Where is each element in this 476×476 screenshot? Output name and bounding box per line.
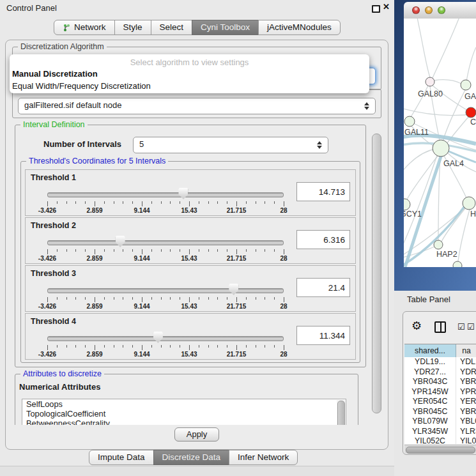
- close-traffic-icon[interactable]: [412, 6, 420, 14]
- attribute-item-topologicalcoefficient[interactable]: TopologicalCoefficient: [22, 409, 346, 418]
- minimize-traffic-icon[interactable]: [425, 6, 433, 14]
- network-node-gal80[interactable]: [426, 77, 434, 86]
- number-of-intervals-combo[interactable]: 5: [133, 137, 328, 153]
- tab-cyni-toolbox[interactable]: Cyni Toolbox: [192, 20, 259, 35]
- network-graph: GAL80GACGAL11GAL4GCY1HHAP2: [404, 19, 476, 267]
- tab-network[interactable]: Network: [54, 20, 115, 35]
- interval-definition-title: Interval Definition: [20, 120, 88, 129]
- network-node-gal4[interactable]: [433, 140, 449, 157]
- split-columns-icon[interactable]: [434, 321, 446, 333]
- slider-tick-labels: -3.4262.8599.14415.4321.71528: [47, 207, 284, 215]
- table-row[interactable]: YLR345WYLR3: [404, 427, 476, 437]
- table-data-combo-value: galFiltered.sif default node: [19, 98, 375, 112]
- threshold-label: Threshold 2: [31, 221, 76, 230]
- threshold-slider[interactable]: -3.4262.8599.14415.4321.71528: [47, 283, 284, 309]
- settings-scrollbar-thumb[interactable]: [372, 134, 381, 413]
- table-toolbar: ⚙︎ ☑ ☑: [403, 312, 476, 341]
- attributes-group-title: Attributes to discretize: [20, 369, 104, 378]
- attributes-scrollbar-thumb[interactable]: [337, 401, 345, 425]
- tab-discretize-data[interactable]: Discretize Data: [153, 450, 230, 465]
- node-label: GAL11: [404, 128, 429, 137]
- table-row[interactable]: YBL079WYBL0: [404, 417, 476, 427]
- threshold-value-field[interactable]: 6.316: [296, 230, 350, 249]
- table-row[interactable]: YDR27...YDR2: [404, 367, 476, 378]
- popup-item-equal-width-frequency[interactable]: Equal Width/Frequency Discretization: [10, 80, 369, 92]
- threshold-slider[interactable]: -3.4262.8599.14415.4321.71528: [47, 235, 284, 261]
- slider-thumb[interactable]: [153, 332, 163, 343]
- cell-name: YLR3: [456, 427, 476, 437]
- tab-label: Select: [160, 20, 184, 35]
- screen: Control Panel ✕ NetworkStyleSelectCyni T…: [0, 0, 476, 476]
- apply-button[interactable]: Apply: [174, 427, 219, 441]
- slider-tick-labels: -3.4262.8599.14415.4321.71528: [47, 255, 284, 263]
- cell-shared-name: YBR043C: [404, 377, 456, 387]
- table-hscrollbar[interactable]: [404, 445, 476, 454]
- settings-scrollbar[interactable]: [371, 119, 381, 425]
- attributes-scrollbar[interactable]: [337, 400, 345, 425]
- network-node[interactable]: [453, 261, 462, 267]
- tab-style[interactable]: Style: [114, 20, 151, 35]
- table-row[interactable]: YBR043CYBR0: [404, 377, 476, 387]
- interval-definition-group: Interval Definition Number of Intervals …: [15, 125, 366, 367]
- network-edge: [404, 149, 436, 173]
- cell-shared-name: YPR145W: [404, 387, 456, 397]
- slider-track[interactable]: [47, 192, 284, 197]
- checkbox-icon[interactable]: ☑: [467, 322, 475, 332]
- slider-thumb[interactable]: [116, 236, 125, 247]
- network-node-gal11[interactable]: [404, 116, 415, 127]
- network-node-c[interactable]: [466, 107, 476, 118]
- table-row[interactable]: YPR145WYPR1: [404, 387, 476, 397]
- tab-label: jActiveMNodules: [267, 20, 332, 35]
- cell-name: YDR2: [456, 367, 476, 378]
- numerical-attributes-list[interactable]: SelfLoopsTopologicalCoefficientBetweenne…: [22, 399, 346, 425]
- tab-select[interactable]: Select: [151, 20, 193, 35]
- threshold-slider[interactable]: -3.4262.8599.14415.4321.71528: [47, 331, 284, 357]
- network-node-ga[interactable]: [461, 80, 471, 90]
- zoom-traffic-icon[interactable]: [438, 6, 445, 14]
- slider-thumb[interactable]: [178, 188, 188, 199]
- close-icon[interactable]: ✕: [383, 2, 390, 12]
- table-row[interactable]: YIL052CYIL0: [404, 436, 476, 444]
- slider-thumb[interactable]: [229, 284, 238, 295]
- threshold-value-field[interactable]: 14.713: [296, 182, 350, 201]
- tab-label: Infer Network: [238, 450, 289, 464]
- column-header-shared[interactable]: shared...: [404, 344, 456, 357]
- thresholds-group: Threshold's Coordinates for 5 Intervals …: [20, 161, 360, 363]
- slider-ticks: [47, 297, 284, 302]
- cyni-toolbox-panel: Discretization Algorithm Select algorith…: [5, 40, 388, 450]
- threshold-value-field[interactable]: 21.4: [296, 278, 350, 297]
- network-node-gcy1[interactable]: [404, 199, 410, 210]
- slider-track[interactable]: [47, 240, 284, 245]
- attribute-item-betweennesscentrality[interactable]: BetweennessCentrality: [22, 418, 346, 425]
- slider-track[interactable]: [47, 288, 284, 293]
- slider-track[interactable]: [47, 336, 284, 341]
- table-panel-box: ⚙︎ ☑ ☑ shared... na YDL19...YDL1YDR27...…: [403, 311, 476, 455]
- column-header-name[interactable]: na: [456, 344, 476, 357]
- popup-item-manual-discretization[interactable]: Manual Discretization: [10, 68, 369, 80]
- table-data-combo[interactable]: galFiltered.sif default node: [18, 98, 376, 114]
- top-tab-bar: NetworkStyleSelectCyni ToolboxjActiveMNo…: [54, 20, 341, 35]
- tab-infer-network[interactable]: Infer Network: [229, 450, 298, 465]
- table-row[interactable]: YER054CYER0: [404, 397, 476, 407]
- float-icon[interactable]: [372, 5, 380, 13]
- cell-shared-name: YDL19...: [404, 357, 456, 367]
- network-window[interactable]: GAL80GACGAL11GAL4GCY1HHAP2: [404, 2, 476, 267]
- network-window-titlebar[interactable]: [404, 2, 476, 19]
- node-label: GCY1: [404, 210, 422, 219]
- cell-shared-name: YBR045C: [404, 407, 456, 417]
- gear-icon[interactable]: ⚙︎: [411, 319, 422, 333]
- threshold-value-field[interactable]: 11.344: [296, 326, 350, 345]
- threshold-row-threshold-4: Threshold 4-3.4262.8599.14415.4321.71528…: [25, 313, 356, 360]
- threshold-slider[interactable]: -3.4262.8599.14415.4321.71528: [47, 187, 284, 213]
- attribute-item-selfloops[interactable]: SelfLoops: [22, 399, 346, 409]
- table-row[interactable]: YBR045CYBR0: [404, 407, 476, 417]
- checkbox-icon[interactable]: ☑: [457, 322, 465, 332]
- network-node-hap2[interactable]: [434, 240, 443, 249]
- network-node-h[interactable]: [463, 197, 475, 210]
- table-hscrollbar-thumb[interactable]: [406, 447, 475, 454]
- table-row[interactable]: YDL19...YDL1: [404, 357, 476, 367]
- cell-name: YBL0: [456, 417, 476, 427]
- tab-impute-data[interactable]: Impute Data: [89, 450, 154, 465]
- tab-jactivemnodules[interactable]: jActiveMNodules: [258, 20, 341, 35]
- network-canvas[interactable]: GAL80GACGAL11GAL4GCY1HHAP2: [404, 19, 476, 267]
